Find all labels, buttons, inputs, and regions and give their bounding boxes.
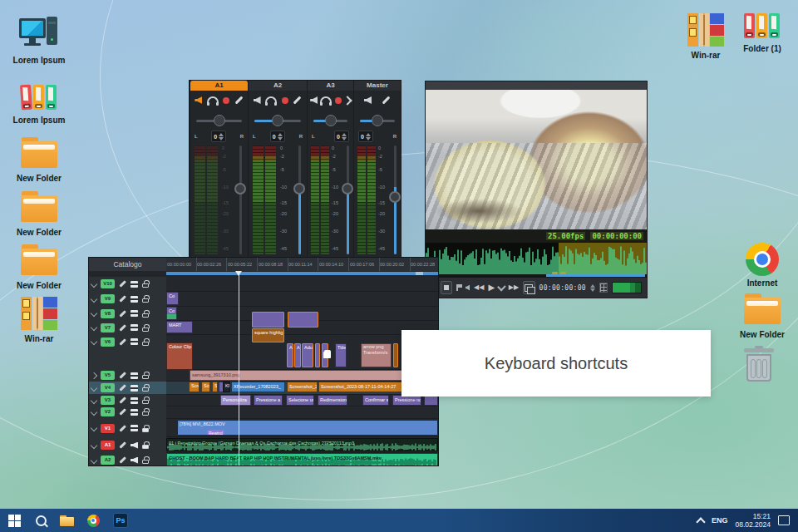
timeline-clip[interactable]: Screenshot_2 [287, 382, 318, 392]
track-label[interactable]: V6 [101, 337, 115, 347]
track-label[interactable]: V2 [101, 407, 115, 416]
marker-icon[interactable] [456, 284, 461, 291]
headphones-icon[interactable] [265, 96, 277, 104]
timeline-clip[interactable]: Pressione a ... [254, 395, 283, 406]
track-header-a1[interactable]: A1 [89, 438, 166, 452]
playhead[interactable] [239, 271, 239, 466]
composite-icon[interactable] [131, 372, 138, 379]
notification-icon[interactable] [778, 515, 790, 525]
track-header-v6[interactable]: V6 [89, 335, 166, 348]
chevron-down-icon[interactable] [91, 324, 97, 331]
play-button[interactable]: ▶ [488, 283, 495, 292]
speaker-icon[interactable] [131, 457, 138, 464]
timeline-clip[interactable]: Title [335, 343, 347, 367]
track-label[interactable]: A2 [101, 456, 115, 465]
edit-icon[interactable] [119, 372, 126, 378]
record-icon[interactable] [335, 97, 342, 104]
chevron-down-icon[interactable] [497, 282, 505, 290]
audio-thumb-strip[interactable] [426, 243, 647, 274]
timeline-clip[interactable]: Colour Clip [166, 342, 193, 370]
record-icon[interactable] [223, 97, 229, 104]
composite-icon[interactable] [131, 296, 138, 303]
track-header-v7[interactable]: V7 [89, 321, 166, 334]
track-header-v3[interactable]: V3 [89, 395, 166, 406]
timeline-clip[interactable]: Scre [201, 382, 210, 392]
mute-icon[interactable] [254, 96, 261, 104]
volume-fader[interactable] [389, 145, 401, 254]
mute-icon[interactable] [195, 96, 202, 104]
timeline-clip-selected[interactable] [315, 343, 320, 367]
taskbar-photoshop[interactable]: Ps [106, 509, 135, 532]
audio-icon[interactable] [466, 285, 470, 291]
taskbar-search-button[interactable] [28, 509, 53, 532]
tab-catalogo[interactable]: Catalogo [89, 258, 166, 271]
chevron-down-icon[interactable] [91, 441, 97, 448]
track-label[interactable]: V4 [101, 383, 115, 392]
edit-icon[interactable] [119, 310, 126, 317]
timeline-clip[interactable]: MART [166, 321, 193, 333]
edit-icon[interactable] [234, 96, 243, 105]
channel-header[interactable]: A2 [249, 81, 307, 91]
chevron-down-icon[interactable] [91, 280, 97, 287]
edit-icon[interactable] [119, 338, 126, 345]
lock-icon[interactable] [142, 384, 149, 392]
chevron-down-icon[interactable] [91, 456, 97, 463]
track-header-v9[interactable]: V9 [89, 292, 166, 306]
lock-icon[interactable] [142, 324, 149, 332]
pan-slider[interactable] [190, 112, 248, 129]
desktop-icon-folder1[interactable]: Folder (1) [735, 12, 790, 53]
edit-icon[interactable] [119, 408, 126, 415]
timeline-scrollbar[interactable] [166, 271, 438, 276]
timecode-spinner[interactable] [590, 284, 595, 292]
lock-icon[interactable] [142, 408, 149, 416]
track-header-v4-selected[interactable]: V4 [89, 382, 166, 394]
timeline-clip-selected[interactable] [393, 343, 398, 367]
taskbar-chrome[interactable] [80, 509, 106, 532]
timeline-audio-clip[interactable]: GHOST - BOOM BAP HARD BEAT RAP HIP HOP I… [166, 453, 438, 466]
stop-button[interactable] [441, 281, 452, 294]
track-label[interactable]: A1 [101, 441, 115, 450]
track-label[interactable]: V5 [101, 371, 115, 380]
lock-icon[interactable] [142, 425, 149, 432]
timeline-audio-clip[interactable]: 01 i Penetration Groove (Garson Diversas… [166, 438, 438, 451]
channel-header[interactable]: A1 [190, 81, 248, 91]
rewind-button[interactable]: ◀◀ [474, 284, 484, 291]
edit-icon[interactable] [119, 456, 126, 463]
desktop-icon-winrar[interactable]: Win-rar [678, 12, 733, 60]
pan-value-spinner[interactable]: 0 [334, 131, 349, 142]
pan-slider[interactable] [308, 112, 353, 129]
timeline-ruler[interactable]: 00:00:00:00 00:00:02:26 00:00:05:22 00:0… [166, 258, 438, 271]
composite-icon[interactable] [131, 425, 138, 431]
chevron-down-icon[interactable] [91, 408, 97, 415]
chevron-down-icon[interactable] [91, 310, 97, 317]
timeline-clip[interactable]: [78%] MVI_8622.MOV Rewind [177, 420, 438, 436]
desktop-icon-binders[interactable]: Lorem Ipsum [12, 83, 66, 125]
timeline-clip[interactable]: KR [223, 382, 230, 392]
track-header-v10[interactable]: V10 [89, 277, 166, 291]
composite-icon[interactable] [131, 338, 138, 345]
timeline-clip-selected[interactable]: A [287, 343, 293, 367]
taskbar-file-explorer[interactable] [53, 509, 80, 532]
start-button[interactable] [0, 509, 28, 532]
composite-icon[interactable] [131, 409, 138, 416]
composite-icon[interactable] [131, 385, 138, 392]
volume-fader[interactable] [234, 145, 246, 254]
headphones-icon[interactable] [320, 96, 332, 104]
timeline-clip[interactable]: arrow pngTransform/s [361, 343, 392, 367]
timeline-clip-selected[interactable]: Adu [302, 343, 313, 367]
track-header-v2[interactable]: V2 [89, 406, 166, 417]
composite-icon[interactable] [131, 397, 138, 404]
lock-icon[interactable] [142, 372, 149, 379]
track-header-v8[interactable]: V8 [89, 307, 166, 320]
track-header-v5[interactable]: V5 [89, 370, 166, 381]
channel-header[interactable]: A3 [308, 81, 353, 91]
timeline-tracks-area[interactable]: Co Co MART square highlig Title clip Col… [166, 277, 438, 466]
transport-timecode[interactable]: 00:00:00:00 [539, 284, 586, 292]
chevron-down-icon[interactable] [91, 397, 97, 403]
timeline-clip-selected[interactable] [288, 312, 318, 328]
pan-slider[interactable] [354, 112, 401, 129]
chevron-down-icon[interactable] [91, 384, 97, 391]
lock-icon[interactable] [142, 310, 149, 318]
pan-value-spinner[interactable]: 0 [358, 131, 373, 142]
speaker-icon[interactable] [131, 442, 138, 449]
